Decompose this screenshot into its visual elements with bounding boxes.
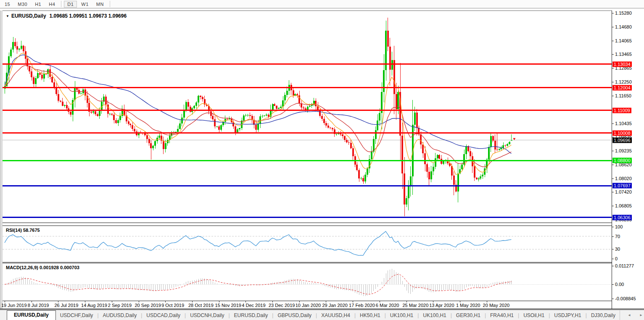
chart-symbol-label: EURUSD,Daily (11, 13, 46, 19)
scale-tick-mark (612, 236, 614, 237)
scale-tick-mark (612, 192, 614, 192)
date-axis-label: 20 May 2020 (483, 303, 510, 308)
timeframe-button-mn[interactable]: MN (93, 1, 107, 8)
chart-tab-uk100-h1[interactable]: UK100,H1 (386, 311, 417, 320)
tab-scroll-right-icon[interactable]: ► (635, 313, 644, 317)
date-axis-label: 2 Sep 2019 (108, 303, 132, 308)
macd-scale-label: 0.00 (615, 282, 624, 287)
macd-indicator-panel[interactable]: MACD(12,26,9) 0.001928 0.000703 (3, 263, 612, 301)
date-axis-label: 8 Jul 2019 (28, 303, 49, 308)
timeframe-button-d1[interactable]: D1 (64, 1, 77, 8)
chart-tab-ger30-h1[interactable]: GER30,H1 (452, 311, 485, 320)
date-axis-label: 15 Nov 2019 (215, 303, 241, 308)
level-price-label: 1.08800 (612, 158, 632, 163)
chart-tab-bar: EURUSD,DailyUSDCHF,Daily|AUDUSD,Daily|US… (0, 310, 644, 320)
window-bottom-edge (0, 309, 644, 310)
timeframe-button-w1[interactable]: W1 (78, 1, 92, 8)
level-price-label: 1.10008 (612, 130, 632, 136)
tab-scroll-left-icon[interactable]: ◄ (623, 313, 635, 317)
date-tick-mark (433, 301, 433, 302)
date-tick-mark (112, 301, 112, 302)
price-scale-label: 1.14065 (615, 38, 632, 43)
date-tick-mark (353, 301, 353, 302)
chart-tab-usoil-h1[interactable]: USOil,H1 (519, 311, 549, 320)
scale-tick-mark (612, 259, 614, 259)
date-axis-label: 26 Jul 2019 (54, 303, 78, 308)
chart-tab-eurusd-daily[interactable]: EURUSD,Daily (230, 311, 272, 320)
date-axis-label: 6 Mar 2020 (376, 303, 399, 308)
date-tick-mark (58, 301, 58, 302)
scale-tick-mark (612, 96, 614, 96)
date-tick-mark (32, 301, 32, 302)
price-chart-plot[interactable] (3, 11, 612, 223)
timeframe-button-15[interactable]: 15 (1, 1, 13, 8)
level-price-label: 1.12004 (612, 85, 632, 90)
chart-tab-xauusd-h4[interactable]: XAUUSD,H4 (317, 311, 354, 320)
level-price-label: 1.11009 (612, 108, 631, 113)
date-tick-mark (85, 301, 85, 302)
scale-tick-mark (612, 41, 614, 41)
scale-tick-mark (612, 227, 614, 227)
date-tick-mark (487, 301, 487, 302)
chart-tab-uk100-h1[interactable]: UK100,H1 (419, 311, 450, 320)
price-scale-label: 1.10435 (615, 121, 632, 126)
date-tick-mark (219, 301, 219, 302)
date-axis-label: 9 Oct 2019 (161, 303, 184, 308)
scale-tick-mark (612, 299, 614, 299)
chart-title: ▼EURUSD,Daily1.09685 1.09951 1.09673 1.0… (6, 13, 127, 19)
scale-tick-mark (612, 82, 614, 82)
date-axis-label: 13 Apr 2020 (429, 303, 454, 308)
level-price-label: 1.07697 (612, 183, 632, 189)
macd-plot[interactable] (3, 263, 612, 301)
rsi-indicator-panel[interactable]: RSI(14) 58.7675 (3, 226, 612, 262)
level-price-label: 1.06306 (612, 215, 632, 220)
chart-tab-usdjpy-h1[interactable]: USDJPY,H1 (550, 311, 585, 320)
scale-tick-mark (612, 27, 614, 27)
date-axis-label: 17 Feb 2020 (349, 303, 375, 308)
price-chart-panel[interactable]: ▼EURUSD,Daily1.09685 1.09951 1.09673 1.0… (3, 10, 612, 223)
date-axis-label: 1 May 2020 (456, 303, 480, 308)
date-tick-mark (299, 301, 300, 302)
price-scale-label: 1.13465 (615, 52, 632, 57)
chart-tab-usdcnh-daily[interactable]: USDCNH,Daily (186, 311, 228, 320)
timeframe-button-h1[interactable]: H1 (32, 1, 45, 8)
chart-tab-gbpusd-daily[interactable]: GBPUSD,Daily (273, 311, 316, 320)
chart-tab-audusd-daily[interactable]: AUDUSD,Daily (99, 311, 141, 320)
scale-tick-mark (612, 284, 614, 285)
date-tick-mark (380, 301, 380, 302)
window-left-frame (0, 10, 2, 309)
symbol-dropdown-icon[interactable]: ▼ (6, 14, 9, 18)
price-scale[interactable]: 1.152801.146801.140651.134651.128651.122… (612, 10, 644, 309)
toolbar-separator (61, 1, 61, 7)
date-tick-mark (245, 301, 246, 302)
chart-tab-eurusd-daily[interactable]: EURUSD,Daily (7, 310, 56, 320)
rsi-plot[interactable] (3, 226, 612, 262)
chart-tab-fra40-h1[interactable]: FRA40,H1 (486, 311, 518, 320)
last-price-arrow-icon (513, 138, 515, 140)
date-axis-label: 23 Dec 2019 (269, 303, 295, 308)
date-axis[interactable]: 19 Jun 20198 Jul 201926 Jul 201914 Aug 2… (3, 301, 612, 309)
date-axis-label: 25 Mar 2020 (403, 303, 429, 308)
scale-tick-mark (612, 54, 614, 55)
price-scale-label: 1.14680 (615, 24, 632, 29)
timeframe-button-m30[interactable]: M30 (14, 1, 31, 8)
rsi-label: RSI(14) 58.7675 (6, 228, 40, 233)
chart-tab-usdchf-daily[interactable]: USDCHF,Daily (56, 311, 98, 320)
chart-tab-dj30-daily[interactable]: DJ30,Daily (587, 311, 620, 320)
scale-tick-mark (612, 206, 614, 206)
date-tick-mark (5, 301, 5, 302)
tab-scroll-arrows: ◄► (620, 310, 644, 320)
macd-label: MACD(12,26,9) 0.001928 0.000703 (6, 265, 79, 270)
rsi-scale-label: 30 (615, 247, 620, 252)
timeframe-button-h4[interactable]: H4 (45, 1, 58, 8)
date-tick-mark (272, 301, 273, 302)
chart-tab-usdcad-daily[interactable]: USDCAD,Daily (142, 311, 185, 320)
date-axis-label: 28 Oct 2019 (188, 303, 214, 308)
price-scale-label: 1.08020 (615, 176, 632, 181)
scale-tick-mark (612, 266, 614, 266)
current-price-label: 1.09696 (612, 137, 632, 143)
date-axis-label: 10 Jan 2020 (296, 303, 321, 308)
chart-tab-hk50-h1[interactable]: HK50,H1 (356, 311, 385, 320)
date-tick-mark (165, 301, 166, 302)
date-axis-label: 29 Jan 2020 (322, 303, 348, 308)
